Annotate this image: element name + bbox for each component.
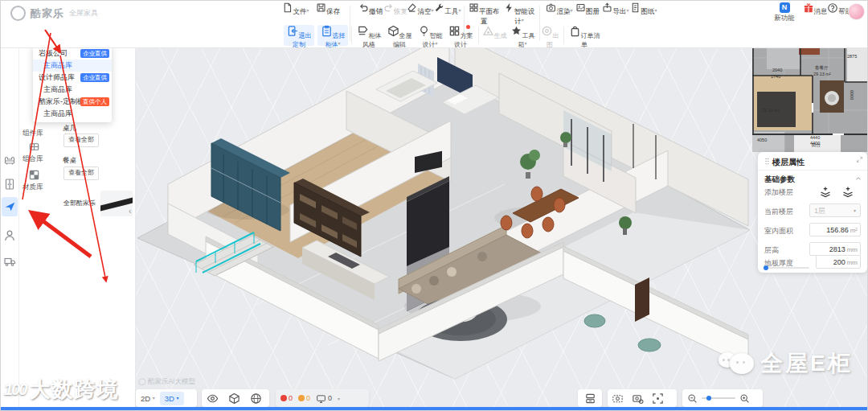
scheme-grid-icon <box>448 25 461 37</box>
order-bag-icon <box>569 25 581 37</box>
view-2d-button[interactable]: 2D ▾ <box>136 394 160 403</box>
error-count: 0 <box>280 394 293 402</box>
person-library-icon[interactable] <box>3 229 16 242</box>
dropdown-option-2-selected[interactable]: 主商品库 <box>33 60 112 72</box>
dropdown-option-5[interactable]: 酷家乐-定制橱柜直供个人 <box>33 96 112 108</box>
cube-icon <box>387 25 399 37</box>
product-thumbnail <box>100 191 133 216</box>
menu-tools[interactable]: 工具▾ <box>433 2 462 23</box>
sidebar-item-components[interactable]: 组件库 <box>23 129 43 138</box>
menu-generate[interactable]: 生成 <box>481 25 507 46</box>
minimap-dim: 4050 <box>757 138 767 142</box>
zoom-slider-knob[interactable] <box>706 396 711 401</box>
error-dot-icon <box>280 395 287 401</box>
floorplan-minimap[interactable]: 2040 1740 4050 4440 4400 2875 6000 客餐厅 2… <box>752 34 868 152</box>
zoom-in-icon[interactable] <box>739 393 750 404</box>
zoom-slider[interactable] <box>702 397 735 399</box>
dropdown-option-6[interactable]: 主商品库 <box>33 108 112 120</box>
panel-resize-icon[interactable] <box>856 156 863 163</box>
menu-output-drawing[interactable]: 出图 <box>538 25 562 46</box>
sidebar-item-materials[interactable]: 材质库 <box>23 183 43 192</box>
menu-floor-plan[interactable]: 平面布置 <box>467 2 501 23</box>
top-toolbar: 酷家乐 全屋家具 文件▾ 保存 撤销 恢复 清空▾ 工具▾ 平面布置 智能设计▾… <box>1 1 867 48</box>
menu-scheme-design[interactable]: 方案设计 <box>446 25 475 46</box>
messages-button[interactable]: 消息 <box>801 2 829 17</box>
vehicle-library-icon[interactable] <box>3 255 16 268</box>
brand-label: 全部酷家乐 <box>63 199 96 208</box>
camera-icon <box>546 2 556 13</box>
focus-target-icon[interactable] <box>652 393 664 405</box>
dropdown-option-4[interactable]: 主商品库 <box>33 84 112 96</box>
menu-cabinet-style[interactable]: 柜体风格 <box>354 25 383 46</box>
layers-icon[interactable] <box>584 393 596 405</box>
floor-height-input[interactable]: 2813mm <box>809 242 861 256</box>
sidebar-item-combos[interactable]: 组合库 <box>23 154 43 164</box>
ring-icon <box>541 25 553 37</box>
menu-file[interactable]: 文件▾ <box>281 2 310 23</box>
globe-view-icon[interactable] <box>250 393 262 405</box>
file-icon <box>282 2 293 13</box>
drag-handle-icon[interactable] <box>763 157 772 166</box>
menu-select-cabinet[interactable]: 选择柜体▾ <box>317 25 348 46</box>
chat-bubble-icon <box>730 353 754 374</box>
view-mode-group: 2D ▾ 3D ▾ <box>136 389 197 407</box>
indoor-area-input[interactable]: 156.86m² <box>809 223 861 236</box>
add-floor-below-button[interactable] <box>840 186 856 199</box>
export-icon <box>602 2 612 13</box>
wardrobe-library-icon[interactable] <box>3 178 16 191</box>
minimap-dim: 2875 <box>847 54 857 59</box>
menu-smart-design-2[interactable]: 智能设计▾ <box>416 25 444 46</box>
add-floor-above-button[interactable] <box>817 186 833 199</box>
section-basic-params: 基础参数 <box>764 175 795 185</box>
view-all-button-2[interactable]: 查看全部 <box>63 166 99 180</box>
catalog-dropdown-menu: 岩板公司企业直供 主商品库 设计师品库企业直供 主商品库 酷家乐-定制橱柜直供个… <box>33 45 112 122</box>
menu-whole-house-edit[interactable]: 全屋编辑 <box>385 25 414 46</box>
warning-dot-icon <box>298 395 305 401</box>
issue-counts-group[interactable]: 0 0 0 ▾ <box>276 389 369 407</box>
floor-properties-panel: 楼层属性 基础参数 添加楼层 当前楼层 1层▾ 室内面积 156.86m² 层高… <box>758 152 867 273</box>
visibility-eye-icon[interactable] <box>207 393 219 405</box>
monitor-icon <box>316 393 326 404</box>
floor-thickness-input[interactable]: 200mm <box>816 255 861 269</box>
menu-exit-custom[interactable]: 退出定制 <box>284 25 314 46</box>
menu-smart-design[interactable]: 智能设计▾ <box>502 2 536 23</box>
menu-order-list[interactable]: 订单清单 <box>567 25 602 46</box>
app-logo: 酷家乐 全屋家具 <box>10 6 98 21</box>
zoom-out-icon[interactable] <box>687 393 698 404</box>
view-all-button-1[interactable]: 查看全部 <box>63 134 99 147</box>
brand-list-item[interactable]: 全部酷家乐 <box>62 191 133 216</box>
slider-knob[interactable] <box>764 265 768 270</box>
warning-count: 0 <box>298 394 310 402</box>
camera-settings-icon[interactable] <box>632 393 644 405</box>
materials-icon[interactable] <box>28 169 40 181</box>
camera-tools-group <box>608 389 677 407</box>
user-avatar[interactable] <box>848 3 865 20</box>
wrench-icon <box>434 2 444 13</box>
view-3d-button[interactable]: 3D ▾ <box>160 392 184 405</box>
model-library-icon-selected[interactable] <box>2 197 18 216</box>
dropdown-option-1[interactable]: 岩板公司企业直供 <box>33 47 112 60</box>
cube-view-icon[interactable] <box>228 393 240 405</box>
generate-icon <box>482 25 494 37</box>
add-floor-label: 添加楼层 <box>764 187 793 198</box>
menu-save[interactable]: 保存 <box>313 2 342 23</box>
menu-album[interactable]: 图册 <box>574 2 601 23</box>
new-features-button[interactable]: N新功能 <box>771 2 798 23</box>
watermark-logo: 100 <box>4 380 26 399</box>
menu-toolbox[interactable]: 工具箱▾ <box>509 25 536 46</box>
sofa-library-icon[interactable] <box>3 154 16 166</box>
menu-clear[interactable]: 清空▾ <box>406 2 435 23</box>
current-floor-select[interactable]: 1层▾ <box>809 203 861 217</box>
panel-collapse-handle[interactable]: ‹ <box>129 206 132 216</box>
chevron-up-icon[interactable] <box>854 175 862 183</box>
menu-drawings[interactable]: 图纸▾ <box>630 2 657 23</box>
badge-enterprise: 企业直供 <box>80 73 109 82</box>
menu-render[interactable]: 渲染▾ <box>546 2 573 23</box>
minimap-dim: 1740 <box>771 74 780 79</box>
camera-frame-icon[interactable] <box>612 393 624 405</box>
components-grid-icon[interactable] <box>28 141 40 153</box>
menu-export[interactable]: 导出▾ <box>602 2 629 23</box>
toolbar-separator <box>478 27 479 44</box>
floor-thickness-slider[interactable] <box>764 267 809 269</box>
dropdown-option-3[interactable]: 设计师品库企业直供 <box>33 72 112 84</box>
